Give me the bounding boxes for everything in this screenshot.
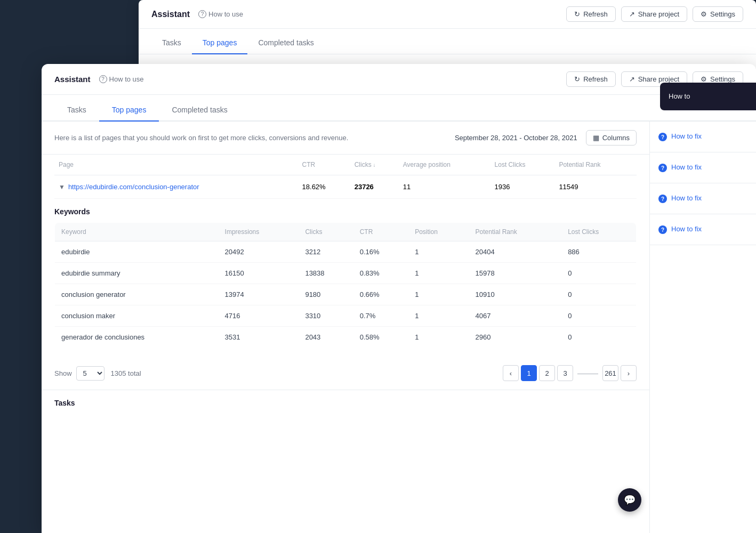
kw-keyword: conclusion maker <box>55 305 219 327</box>
prev-page-button[interactable]: ‹ <box>503 365 519 381</box>
col-lost-clicks: Lost Clicks <box>490 155 555 175</box>
main-how-to-use-btn[interactable]: ? How to use <box>99 75 144 83</box>
kw-col-clicks: Clicks <box>299 223 353 241</box>
bg-window-title: Assistant <box>151 10 190 19</box>
kw-impressions: 16150 <box>219 263 299 284</box>
how-to-fix-label-1[interactable]: How to fix <box>671 132 702 140</box>
kw-ctr: 0.7% <box>353 305 409 327</box>
page-3-button[interactable]: 3 <box>557 365 573 381</box>
main-tab-top-pages[interactable]: Top pages <box>99 99 159 122</box>
kw-ctr: 0.58% <box>353 327 409 348</box>
tasks-footer: Tasks <box>42 390 649 416</box>
kw-lost-clicks: 886 <box>561 241 636 263</box>
kw-col-keyword: Keyword <box>55 223 219 241</box>
columns-button[interactable]: ▦ Columns <box>586 130 637 146</box>
how-to-fix-card-1: ? How to fix <box>650 122 756 152</box>
keyword-row: edubirdie summary 16150 13838 0.83% 1 15… <box>55 263 637 284</box>
page-2-button[interactable]: 2 <box>539 365 555 381</box>
kw-potential-rank: 2960 <box>469 327 562 348</box>
main-window: Assistant ? How to use ↻ Refresh ↗ Share… <box>42 64 756 533</box>
bg-share-button[interactable]: ↗ Share project <box>621 6 687 22</box>
how-to-fix-label-2[interactable]: How to fix <box>671 163 702 171</box>
kw-potential-rank: 4067 <box>469 305 562 327</box>
total-label: 1305 total <box>111 369 141 377</box>
main-settings-icon: ⚙ <box>701 75 707 83</box>
keywords-table: Keyword Impressions Clicks CTR Position … <box>54 222 637 348</box>
main-tab-completed-tasks[interactable]: Completed tasks <box>159 99 240 122</box>
keywords-section: Keywords Keyword Impressions Clicks CTR … <box>42 199 649 357</box>
bg-how-to-use-btn[interactable]: ? How to use <box>198 10 243 18</box>
col-potential-rank: Potential Rank <box>554 155 637 175</box>
kw-col-position: Position <box>408 223 469 241</box>
kw-position: 1 <box>408 263 469 284</box>
table-row: ▼ https://edubirdie.com/conclusion-gener… <box>54 175 637 199</box>
how-to-fix-icon-2: ? <box>658 164 667 172</box>
col-clicks[interactable]: Clicks <box>350 155 399 175</box>
bg-tab-completed-tasks[interactable]: Completed tasks <box>247 32 324 54</box>
kw-clicks: 2043 <box>299 327 353 348</box>
kw-lost-clicks: 0 <box>561 284 636 305</box>
col-ctr: CTR <box>298 155 350 175</box>
how-to-fix-card-2: ? How to fix <box>650 152 756 183</box>
expand-button[interactable]: ▼ <box>59 183 65 191</box>
kw-position: 1 <box>408 327 469 348</box>
table-header-row: Page CTR Clicks Average position Lost Cl… <box>54 155 637 175</box>
main-share-label: Share project <box>638 75 679 83</box>
bg-tab-tasks[interactable]: Tasks <box>151 32 192 54</box>
bg-settings-label: Settings <box>710 10 735 18</box>
bg-tab-top-pages[interactable]: Top pages <box>192 32 248 54</box>
how-to-fix-icon-1: ? <box>658 133 667 141</box>
columns-label: Columns <box>602 134 630 142</box>
main-refresh-icon: ↻ <box>574 75 580 83</box>
avg-position-cell: 11 <box>399 175 490 199</box>
bg-tabs: Tasks Top pages Completed tasks <box>139 29 756 54</box>
main-tab-tasks[interactable]: Tasks <box>54 99 99 122</box>
bg-how-to-use-label: How to use <box>208 10 243 18</box>
kw-keyword: generador de conclusiones <box>55 327 219 348</box>
bg-settings-button[interactable]: ⚙ Settings <box>693 6 743 22</box>
bg-refresh-icon: ↻ <box>574 10 580 18</box>
main-header: Assistant ? How to use ↻ Refresh ↗ Share… <box>42 64 756 95</box>
kw-position: 1 <box>408 284 469 305</box>
kw-position: 1 <box>408 241 469 263</box>
keywords-title: Keywords <box>54 207 637 216</box>
kw-ctr: 0.83% <box>353 263 409 284</box>
kw-clicks: 3310 <box>299 305 353 327</box>
kw-keyword: edubirdie summary <box>55 263 219 284</box>
last-page-button[interactable]: 261 <box>602 365 618 381</box>
kw-potential-rank: 10910 <box>469 284 562 305</box>
kw-col-potential-rank: Potential Rank <box>469 223 562 241</box>
bg-actions: ↻ Refresh ↗ Share project ⚙ Settings <box>566 6 743 22</box>
show-select[interactable]: 5 10 25 <box>76 366 104 381</box>
page-1-button[interactable]: 1 <box>521 365 537 381</box>
page-link[interactable]: https://edubirdie.com/conclusion-generat… <box>68 183 199 191</box>
kw-col-ctr: CTR <box>353 223 409 241</box>
pages-table-container: Page CTR Clicks Average position Lost Cl… <box>42 155 649 199</box>
main-settings-label: Settings <box>710 75 735 83</box>
date-range: September 28, 2021 - October 28, 2021 <box>455 134 577 142</box>
bg-share-label: Share project <box>638 10 679 18</box>
main-content: Here is a list of pages that you should … <box>42 122 649 533</box>
next-page-button[interactable]: › <box>621 365 637 381</box>
clicks-cell: 23726 <box>350 175 399 199</box>
main-window-title: Assistant <box>54 75 91 84</box>
how-to-fix-card-4: ? How to fix <box>650 214 756 245</box>
potential-rank-cell: 11549 <box>554 175 637 199</box>
how-to-overlay-text: How to <box>669 92 690 100</box>
how-to-fix-label-3[interactable]: How to fix <box>671 194 702 202</box>
ctr-cell: 18.62% <box>298 175 350 199</box>
kw-potential-rank: 20404 <box>469 241 562 263</box>
main-refresh-button[interactable]: ↻ Refresh <box>566 71 616 87</box>
kw-position: 1 <box>408 305 469 327</box>
keywords-header-row: Keyword Impressions Clicks CTR Position … <box>55 223 637 241</box>
kw-impressions: 13974 <box>219 284 299 305</box>
kw-ctr: 0.66% <box>353 284 409 305</box>
bg-refresh-button[interactable]: ↻ Refresh <box>566 6 616 22</box>
page-cell: ▼ https://edubirdie.com/conclusion-gener… <box>54 175 298 199</box>
col-page: Page <box>54 155 298 175</box>
keyword-row: conclusion maker 4716 3310 0.7% 1 4067 0 <box>55 305 637 327</box>
kw-col-lost-clicks: Lost Clicks <box>561 223 636 241</box>
how-to-fix-label-4[interactable]: How to fix <box>671 225 702 233</box>
chat-button[interactable]: 💬 <box>618 488 641 512</box>
chat-icon: 💬 <box>624 494 636 506</box>
